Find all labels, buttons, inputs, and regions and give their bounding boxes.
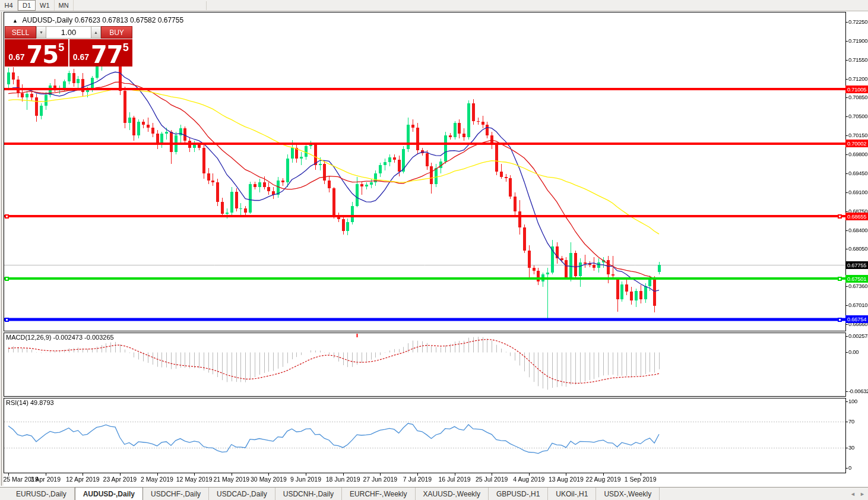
volume-input[interactable] [46,26,91,39]
date-axis-label: 12 May 2019 [176,476,213,483]
current-price-tag: 0.67755 [845,261,868,269]
one-click-trading-panel: SELL ▼ ▲ BUY 0.67 75 5 0.67 77 5 [5,26,132,67]
sell-price[interactable]: 0.67 75 5 [5,39,68,67]
date-axis-label: 2 May 2019 [141,476,173,483]
date-axis-label: 12 Apr 2019 [66,476,100,483]
date-axis-label: 23 Apr 2019 [103,476,137,483]
tab-usdchf-daily[interactable]: USDCHF-,Daily [143,488,209,500]
date-axis-label: 4 Aug 2019 [513,476,544,483]
price-axis-tick: 0.71550 [848,57,868,63]
date-axis-label: 13 Aug 2019 [549,476,584,483]
date-axis-label: 25 Jul 2019 [476,476,508,483]
chart-symbol-period: AUDUSD-,Daily [23,16,73,24]
price-axis-tick: 0.70850 [848,94,868,100]
timeframe-toolbar: H4D1W1MN [0,0,868,11]
price-axis-tick: 0.67010 [848,302,868,308]
volume-decrease-button[interactable]: ▼ [36,26,46,39]
date-axis-label: 1 Sep 2019 [625,476,657,483]
price-axis-tick: 0.67360 [848,283,868,289]
object-selection-icon: ▲ [12,18,18,24]
tab-usdcnh-daily[interactable]: USDCNH-,Daily [275,488,342,500]
chart-tab-bar: EURUSD-,DailyAUDUSD-,DailyUSDCHF-,DailyU… [0,487,868,500]
price-axis-tick: 0.71900 [848,38,868,44]
macd-axis-tick: 0.002574 [848,333,868,339]
chart-ohlc-values: 0.67623 0.67813 0.67582 0.67755 [75,16,184,24]
tab-audusd-daily[interactable]: AUDUSD-,Daily [75,487,143,500]
hline-price-tag: 0.71005 [845,86,868,93]
chart-tabs: EURUSD-,DailyAUDUSD-,DailyUSDCHF-,DailyU… [8,487,660,500]
timeframe-h4-button[interactable]: H4 [0,0,18,11]
timeframe-buttons: H4D1W1MN [0,0,74,11]
tab-scroll-left-icon[interactable]: ◄ [850,492,856,497]
buy-price-pips: 77 [91,45,123,65]
trade-panel-prices: 0.67 75 5 0.67 77 5 [5,39,132,67]
price-axis-tick: 0.70150 [848,132,868,138]
date-axis-label: 9 Jun 2019 [290,476,321,483]
timeframe-mn-button[interactable]: MN [55,0,74,11]
price-axis-tick: 0.68050 [848,246,868,252]
hline-price-tag: 0.68655 [845,213,868,220]
hline-price-tag: 0.70002 [845,140,868,147]
rsi-axis-tick: 70 [848,419,868,425]
date-axis-label: 30 May 2019 [251,476,287,483]
price-axis-tick: 0.71200 [848,76,868,82]
sell-button[interactable]: SELL [5,26,36,39]
trade-panel-controls: SELL ▼ ▲ BUY [5,26,132,39]
macd-axis-tick: -0.006326 [848,388,868,394]
rsi-indicator-label: RSI(14) 49.8793 [6,399,54,406]
tab-xauusd-weekly[interactable]: XAUUSD-,Weekly [416,488,489,500]
chart-canvas[interactable] [0,0,868,500]
timeframe-w1-button[interactable]: W1 [36,0,55,11]
buy-price[interactable]: 0.67 77 5 [69,39,133,67]
mt4-terminal: { "toolbar": { "timeframes": [ {"label":… [0,0,868,500]
tab-eurchf-weekly[interactable]: EURCHF-,Weekly [342,488,415,500]
chart-plot-area[interactable] [0,0,868,500]
macd-indicator-label: MACD(12,26,9) -0.002473 -0.003265 [6,334,114,341]
timeframe-d1-button[interactable]: D1 [18,0,36,11]
date-axis-label: 7 Jul 2019 [403,476,432,483]
price-axis-tick: 0.70500 [848,113,868,119]
tab-eurusd-daily[interactable]: EURUSD-,Daily [8,488,75,500]
sell-price-base: 0.67 [8,53,24,61]
price-axis-tick: 0.68400 [848,227,868,233]
hline-price-tag: 0.67501 [845,275,868,283]
price-axis-tick: 0.72250 [848,19,868,25]
tab-usdx-weekly[interactable]: USDX-,Weekly [596,488,660,500]
tab-scroll-right-icon[interactable]: ► [860,492,865,497]
tab-ukoil-h1[interactable]: UKOil-,H1 [548,488,596,500]
macd-axis-tick: 0.00 [848,349,868,355]
toolbar-separator [206,1,207,10]
rsi-axis-tick: 30 [848,445,868,451]
volume-increase-button[interactable]: ▲ [91,26,101,39]
buy-price-base: 0.67 [73,53,89,61]
date-axis-label: 27 Jun 2019 [363,476,397,483]
rsi-axis-tick: 0 [848,465,868,471]
price-axis-tick: 0.69450 [848,170,868,176]
price-axis-tick: 0.69800 [848,151,868,157]
date-axis-label: 21 May 2019 [213,476,249,483]
sell-price-pips: 75 [27,45,59,65]
hline-price-tag: 0.66754 [845,315,868,323]
price-axis-tick: 0.69100 [848,189,868,195]
buy-button[interactable]: BUY [101,26,132,39]
date-axis-label: 16 Jul 2019 [438,476,470,483]
chart-title: ▲ AUDUSD-,Daily 0.67623 0.67813 0.67582 … [12,16,183,24]
sell-price-point: 5 [58,42,64,53]
date-axis-label: 22 Aug 2019 [586,476,621,483]
date-axis-label: 18 Jun 2019 [326,476,360,483]
date-axis-label: 3 Apr 2019 [30,476,61,483]
buy-price-point: 5 [123,42,129,53]
rsi-axis-tick: 100 [848,398,868,404]
tab-usdcad-daily[interactable]: USDCAD-,Daily [209,488,275,500]
tab-gbpusd-h1[interactable]: GBPUSD-,H1 [489,488,548,500]
